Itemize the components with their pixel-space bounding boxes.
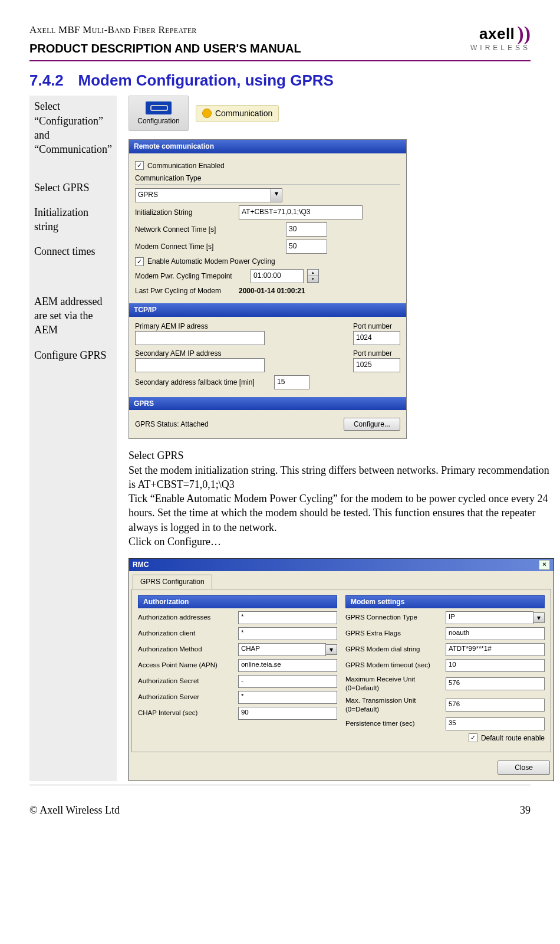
enable-cycle-checkbox[interactable]: ✓: [135, 257, 144, 266]
configuration-icon[interactable]: Configuration: [129, 96, 189, 131]
net-time-input[interactable]: 30: [286, 222, 327, 237]
chevron-down-icon[interactable]: ▾: [271, 188, 282, 202]
header-rule: [29, 60, 531, 61]
secondary-ip-input[interactable]: [135, 358, 265, 372]
init-string-input[interactable]: AT+CBST=71,0,1;\Q3: [239, 205, 363, 219]
time-spinner[interactable]: ▴▾: [307, 269, 319, 283]
last-cycle-value: 2000-01-14 01:00:21: [239, 286, 305, 296]
modem-time-input[interactable]: 50: [286, 240, 327, 254]
gprs-header: GPRS: [129, 397, 406, 410]
chevron-down-icon[interactable]: ▾: [533, 612, 545, 623]
default-route-checkbox[interactable]: ✓: [469, 733, 477, 742]
callout-sidebar: Select “Configuration” and “Communicatio…: [29, 96, 117, 781]
extra-flags-input[interactable]: noauth: [446, 627, 545, 640]
page-footer: © Axell Wireless Ltd 39: [29, 803, 531, 817]
callout-step: Initialization string: [34, 205, 112, 234]
comm-enabled-checkbox[interactable]: ✓: [135, 161, 144, 170]
auth-method-dropdown[interactable]: CHAP: [238, 643, 326, 656]
gprs-status: GPRS Status: Attached: [135, 419, 209, 429]
footer-rule: [29, 785, 531, 785]
mru-input[interactable]: 576: [446, 677, 545, 690]
primary-port-input[interactable]: 1024: [353, 331, 400, 345]
communication-icon: [202, 109, 212, 118]
close-button[interactable]: Close: [498, 761, 550, 775]
toolbar-icons: Configuration Communication: [129, 96, 554, 131]
authorization-panel: Authorization Authorization addresses* A…: [138, 595, 337, 746]
window-title: Remote communication: [129, 140, 406, 153]
copyright: © Axell Wireless Ltd: [29, 803, 120, 817]
logo-arc-icon: )): [517, 28, 531, 40]
auth-server-input[interactable]: *: [238, 691, 337, 704]
cycle-timepoint-input[interactable]: 01:00:00: [251, 269, 304, 283]
section-heading: 7.4.2 Modem Configuration, using GPRS: [29, 70, 531, 91]
modem-timeout-input[interactable]: 10: [446, 659, 545, 672]
instruction-block: Select GPRS Set the modem initialization…: [129, 448, 554, 549]
callout-step: Connect times: [34, 244, 112, 258]
doc-subtitle: PRODUCT DESCRIPTION AND USER'S MANUAL: [29, 41, 430, 57]
modem-settings-panel: Modem settings GPRS Connection TypeIP▾ G…: [345, 595, 545, 746]
callout-step: AEM addressed are set via the AEM: [34, 294, 112, 337]
gprs-config-dialog: RMC × GPRS Configuration Authorization A…: [129, 558, 554, 781]
dial-string-input[interactable]: ATDT*99***1#: [446, 643, 545, 656]
comm-type-dropdown[interactable]: GPRS ▾: [135, 188, 282, 202]
page-header: Axell MBF Muli-Band Fiber Repeater PRODU…: [29, 24, 531, 57]
product-line: Axell MBF Muli-Band Fiber Repeater: [29, 24, 430, 37]
conn-type-dropdown[interactable]: IP: [446, 611, 533, 624]
dialog-title: RMC: [133, 560, 149, 570]
page-number: 39: [520, 803, 531, 817]
chap-interval-input[interactable]: 90: [238, 707, 337, 720]
chevron-down-icon[interactable]: ▾: [326, 644, 337, 655]
tcpip-header: TCP/IP: [129, 303, 406, 316]
close-icon[interactable]: ×: [539, 560, 550, 570]
auth-secret-input[interactable]: -: [238, 675, 337, 688]
callout-step: Configure GPRS: [34, 348, 112, 362]
auth-client-input[interactable]: *: [238, 627, 337, 640]
primary-ip-input[interactable]: [135, 331, 265, 345]
tab-gprs-config[interactable]: GPRS Configuration: [133, 575, 212, 588]
fallback-input[interactable]: 15: [274, 375, 309, 389]
auth-addresses-input[interactable]: *: [238, 611, 337, 624]
apn-input[interactable]: online.teia.se: [238, 659, 337, 672]
secondary-port-input[interactable]: 1025: [353, 358, 400, 372]
remote-comm-window: Remote communication ✓ Communication Ena…: [129, 139, 407, 439]
wrench-icon: [146, 101, 172, 114]
callout-step: Select “Configuration” and “Communicatio…: [34, 99, 112, 156]
communication-badge[interactable]: Communication: [196, 105, 279, 122]
mtu-input[interactable]: 576: [446, 699, 545, 712]
brand-logo: axell )) WIRELESS: [430, 24, 531, 53]
callout-step: Select GPRS: [34, 181, 112, 195]
persistence-input[interactable]: 35: [446, 717, 545, 730]
configure-button[interactable]: Configure...: [344, 418, 400, 431]
